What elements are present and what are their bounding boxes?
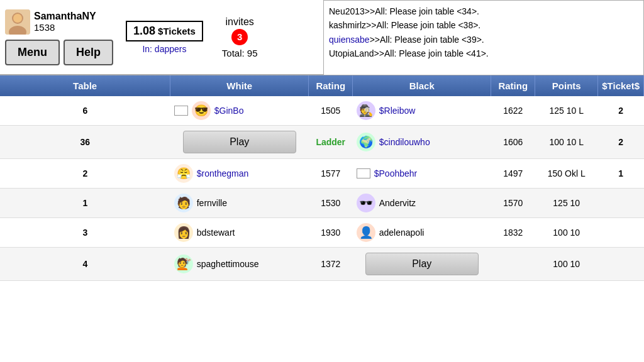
white-avatar: 💇 (174, 255, 193, 273)
black-rating (491, 248, 535, 281)
white-cell: 😎 $GinBo (170, 96, 309, 126)
game-table: Table White Rating Black Rating Points $… (0, 75, 644, 281)
header: SamanthaNY 1538 Menu Help 1.08 $Tickets … (0, 0, 644, 75)
invites-label: invites (226, 16, 254, 28)
points: 100 10 L (535, 126, 598, 159)
white-player-name[interactable]: $GinBo (214, 106, 244, 116)
help-button[interactable]: Help (64, 40, 113, 65)
white-cell: 🧑 fernville (170, 189, 309, 218)
tickets (598, 218, 644, 248)
black-cell: 🕵️ $Rleibow (353, 96, 491, 126)
total-label: Total: 95 (222, 48, 258, 58)
username: SamanthaNY (34, 11, 96, 22)
black-cell: 🕶️ Andervitz (353, 189, 491, 218)
black-cell: $Poohbehr (353, 159, 491, 189)
table-num: 3 (0, 218, 170, 248)
points: 125 10 (535, 189, 598, 218)
tickets (598, 189, 644, 218)
header-buttons: Menu Help (5, 40, 113, 65)
table-num: 6 (0, 96, 170, 126)
col-black: Black (353, 75, 491, 96)
black-avatar: 🌍 (357, 133, 375, 151)
white-player-name[interactable]: $ronthegman (197, 168, 249, 178)
white-player-name: spaghettimouse (197, 259, 259, 269)
white-rating: Ladder (309, 126, 353, 159)
chat-line-4: UtopiaLand>>All: Please join table <41>. (329, 47, 638, 60)
black-cell: 🌍 $cindilouwho (353, 126, 491, 159)
black-rating: 1832 (491, 218, 535, 248)
tickets: 2 (598, 96, 644, 126)
play-button-black[interactable]: Play (365, 253, 479, 275)
white-rating: 1530 (309, 189, 353, 218)
col-white: White (170, 75, 309, 96)
points: 100 10 (535, 218, 598, 248)
chat-line-2: kashmirlz>>All: Please join table <38>. (329, 18, 638, 32)
white-avatar: 😎 (192, 101, 211, 120)
white-cell: 😤 $ronthegman (170, 159, 309, 189)
black-rating: 1606 (491, 126, 535, 159)
chat-user-1: Neu2013>>All: Please join table <34>. (329, 6, 479, 16)
col-rating-w: Rating (309, 75, 353, 96)
table-header-row: Table White Rating Black Rating Points $… (0, 75, 644, 96)
black-rating: 1622 (491, 96, 535, 126)
user-info: SamanthaNY 1538 (5, 9, 96, 35)
table-row: 36 Play Ladder 🌍 $cindilouwho 1606 100 1… (0, 126, 644, 159)
tickets (598, 248, 644, 281)
chat-user-4: UtopiaLand>>All: Please join table <41>. (329, 48, 489, 58)
white-rating: 1930 (309, 218, 353, 248)
white-player-name: fernville (197, 198, 227, 208)
ticket-label: $Tickets (158, 26, 196, 36)
in-label: In: dappers (142, 44, 186, 54)
avatar (5, 9, 30, 35)
svg-point-3 (13, 14, 22, 23)
black-rating: 1497 (491, 159, 535, 189)
play-button-white[interactable]: Play (183, 131, 296, 153)
username-rating: SamanthaNY 1538 (34, 11, 96, 33)
black-rating: 1570 (491, 189, 535, 218)
black-player-name[interactable]: $Rleibow (379, 106, 416, 116)
col-tickets: $Ticket$ (598, 75, 644, 96)
table-num: 2 (0, 159, 170, 189)
white-rating: 1577 (309, 159, 353, 189)
black-cell: Play (353, 248, 491, 281)
black-player-name: Andervitz (379, 198, 416, 208)
chat-line-1: Neu2013>>All: Please join table <34>. (329, 4, 638, 18)
black-player-name[interactable]: $cindilouwho (379, 137, 430, 147)
points: 150 Okl L (535, 159, 598, 189)
table-num: 1 (0, 189, 170, 218)
black-cell: 👤 adelenapoli (353, 218, 491, 248)
ladder-label: Ladder (316, 137, 345, 147)
white-player-name: bdstewart (197, 228, 235, 238)
tickets-section: 1.08 $Tickets In: dappers (126, 21, 203, 54)
tickets: 1 (598, 159, 644, 189)
black-avatar: 👤 (357, 223, 375, 242)
black-player-name[interactable]: $Poohbehr (374, 168, 418, 178)
chat-user-3-highlight: quiensabe (329, 35, 370, 45)
white-flag-icon (174, 106, 188, 116)
table-row: 6 😎 $GinBo 1505 🕵️ $Rleibow 1622 125 10 … (0, 96, 644, 126)
white-cell: Play (170, 126, 309, 159)
white-rating: 1505 (309, 96, 353, 126)
chat-box: Neu2013>>All: Please join table <34>. ka… (323, 0, 644, 75)
table-body: 6 😎 $GinBo 1505 🕵️ $Rleibow 1622 125 10 … (0, 96, 644, 281)
user-section: SamanthaNY 1538 Menu Help (5, 9, 113, 65)
ticket-box: 1.08 $Tickets (126, 21, 203, 41)
black-avatar: 🕵️ (357, 101, 375, 120)
chat-line-3: quiensabe>>All: Please join table <39>. (329, 33, 638, 47)
black-flag-icon (357, 168, 370, 178)
col-rating-b: Rating (491, 75, 535, 96)
invites-section[interactable]: invites 3 Total: 95 (222, 16, 258, 58)
col-points: Points (535, 75, 598, 96)
table-row: 3 👩 bdstewart 1930 👤 adelenapoli 1832 10… (0, 218, 644, 248)
white-avatar: 👩 (174, 223, 193, 242)
white-cell: 👩 bdstewart (170, 218, 309, 248)
invite-badge: 3 (231, 29, 248, 45)
points: 125 10 L (535, 96, 598, 126)
menu-button[interactable]: Menu (5, 40, 60, 65)
points: 100 10 (535, 248, 598, 281)
chat-user-3-text: >>All: Please join table <39>. (370, 35, 484, 45)
black-avatar: 🕶️ (357, 194, 375, 212)
white-cell: 💇 spaghettimouse (170, 248, 309, 281)
table-num: 4 (0, 248, 170, 281)
col-table: Table (0, 75, 170, 96)
